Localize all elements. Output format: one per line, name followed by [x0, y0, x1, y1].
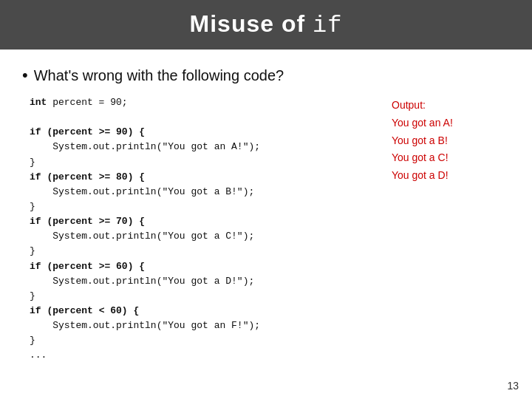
output-title: Output: [392, 97, 510, 115]
code-line-15: System.out.println("You got an F!"); [30, 318, 369, 333]
output-line-4: You got a D! [392, 167, 510, 185]
code-line-blank [30, 110, 369, 125]
code-line-1: int percent = 90; [30, 95, 369, 110]
code-line-7: } [30, 200, 369, 214]
output-line-3: You got a C! [392, 149, 510, 167]
main-content: • What's wrong with the following code? … [0, 50, 532, 371]
page-number: 13 [507, 380, 519, 392]
slide-title: Misuse of if [15, 10, 517, 39]
title-code-word: if [313, 12, 342, 39]
code-block: int percent = 90; if (percent >= 90) { S… [30, 95, 369, 364]
code-line-17: ... [30, 348, 369, 363]
code-line-10: } [30, 244, 369, 259]
code-line-6: System.out.println("You got a B!"); [30, 185, 369, 200]
output-line-2: You got a B! [392, 132, 510, 150]
bullet-text: What's wrong with the following code? [34, 67, 284, 84]
code-line-12: System.out.println("You got a D!"); [30, 274, 369, 289]
code-line-16: } [30, 333, 369, 348]
code-line-13: } [30, 289, 369, 304]
bullet-question: • What's wrong with the following code? [22, 66, 510, 85]
code-line-11: if (percent >= 60) { [30, 259, 369, 274]
code-line-4: } [30, 155, 369, 170]
output-box: Output: You got an A! You got a B! You g… [392, 95, 510, 185]
title-text-plain: Misuse of [190, 10, 313, 37]
code-line-14: if (percent < 60) { [30, 304, 369, 318]
code-area: int percent = 90; if (percent >= 90) { S… [30, 95, 510, 364]
code-line-9: System.out.println("You got a C!"); [30, 229, 369, 244]
code-line-3: System.out.println("You got an A!"); [30, 140, 369, 154]
code-line-5: if (percent >= 80) { [30, 170, 369, 185]
header-bar: Misuse of if [0, 0, 532, 50]
output-line-1: You got an A! [392, 115, 510, 132]
bullet-icon: • [22, 66, 28, 85]
code-line-8: if (percent >= 70) { [30, 214, 369, 229]
code-line-2: if (percent >= 90) { [30, 125, 369, 140]
